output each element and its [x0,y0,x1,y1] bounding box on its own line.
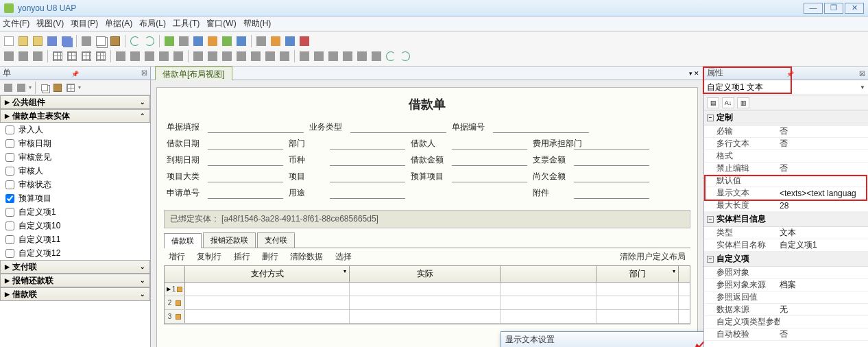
prop-value[interactable]: 28 [780,201,868,211]
tb2-s-icon[interactable] [278,50,291,62]
subtab-2[interactable]: 支付联 [257,232,295,248]
field-checkbox[interactable] [5,208,14,217]
tb-c-icon[interactable] [192,35,204,47]
data-grid[interactable]: 支付方式▾ 实际 部门▾ ▶123 [164,265,690,324]
prop-alpha-icon[interactable]: A↓ [722,97,734,108]
lp-tb1-icon[interactable] [3,82,14,93]
tb2-g-icon[interactable] [95,50,107,62]
form-input[interactable] [208,137,283,149]
form-input[interactable] [208,170,283,182]
tb2-w-icon[interactable] [341,50,354,62]
tb2-o-icon[interactable] [221,50,233,62]
prop-row-必输[interactable]: 必输否 [704,125,868,138]
tb2-p-icon[interactable] [235,50,248,62]
tab-menu-icon[interactable]: ▾ [689,70,692,77]
prop-row-参照返回值[interactable]: 参照返回值 [704,291,868,304]
prop-value[interactable]: 否 [780,328,868,340]
tb-e-icon[interactable] [221,35,233,47]
tb2-n-icon[interactable] [206,50,219,62]
tb2-d-icon[interactable] [51,50,64,62]
field-checkbox[interactable] [5,180,14,189]
tb2-m-icon[interactable] [192,50,204,62]
saveall-icon[interactable] [60,35,73,47]
tb-d-icon[interactable] [206,35,219,47]
menu-3[interactable]: 单据(A) [105,18,132,29]
prop-value[interactable]: 档案 [780,279,868,291]
prop-row-默认值[interactable]: 默认值 [704,175,868,187]
form-input[interactable] [452,154,527,166]
grid-action-插行[interactable]: 插行 [229,250,255,263]
menu-6[interactable]: 窗口(W) [206,18,236,29]
field-checkbox[interactable] [5,194,14,203]
field-checkbox[interactable] [5,222,14,230]
field-item-6[interactable]: 自定义项1 [0,205,150,219]
menu-5[interactable]: 工具(T) [173,18,200,29]
prop-category[interactable]: −实体栏目信息 [704,212,868,227]
prop-pages-icon[interactable]: ▥ [737,97,749,108]
new-icon[interactable] [3,35,15,47]
tb2-y-icon[interactable] [370,50,383,62]
pin-icon[interactable] [71,69,82,78]
prop-category[interactable]: −自定义项 [704,252,868,267]
prop-value[interactable]: <texts><text languag [780,189,868,198]
prop-row-数据来源[interactable]: 数据来源无 [704,304,868,316]
menu-2[interactable]: 项目(P) [71,18,98,29]
field-item-0[interactable]: 录入人 [0,123,150,136]
tb2-j-icon[interactable] [143,50,156,62]
tb2-k-icon[interactable] [158,50,170,62]
tb2-f-icon[interactable] [80,50,93,62]
prop-row-自定义项类型参数[interactable]: 自定义项类型参数 [704,316,868,328]
prop-value[interactable]: 文本 [780,227,868,239]
grid-action-清除用户定义布局[interactable]: 清除用户定义布局 [615,250,690,263]
field-item-9[interactable]: 自定义项12 [0,246,150,260]
prop-row-禁止编辑[interactable]: 禁止编辑否 [704,163,868,175]
prop-row-实体栏目名称[interactable]: 实体栏目名称自定义项1 [704,239,868,252]
field-item-4[interactable]: 审核状态 [0,178,150,191]
tb2-redo-icon[interactable] [399,50,411,62]
col-paymethod[interactable]: 支付方式▾ [185,266,350,282]
prop-row-参照对象[interactable]: 参照对象 [704,267,868,279]
tb-b-icon[interactable] [178,35,190,47]
tb2-x-icon[interactable] [356,50,368,62]
section-main[interactable]: ▶ 借款单主表实体 ⌃ [0,109,150,123]
form-input[interactable] [330,170,405,182]
field-checkbox[interactable] [5,139,14,148]
form-input[interactable] [330,154,405,166]
redo-icon[interactable] [143,35,156,47]
tb2-h-icon[interactable] [114,50,127,62]
col-dept[interactable]: 部门▾ [596,266,679,282]
form-input[interactable] [208,187,283,199]
field-item-3[interactable]: 审核人 [0,164,150,178]
tab-close-icon[interactable]: ✕ [694,70,699,77]
prop-value[interactable]: 自定义项1 [780,239,868,251]
prop-row-参照对象来源[interactable]: 参照对象来源档案 [704,279,868,291]
prop-row-多行文本[interactable]: 多行文本否 [704,138,868,150]
tb-a-icon[interactable] [163,35,176,47]
tb-g-icon[interactable] [255,35,267,47]
subtab-0[interactable]: 借款联 [164,233,202,248]
field-checkbox[interactable] [5,249,14,258]
menu-0[interactable]: 文件(F) [3,18,29,29]
lp-tb2-icon[interactable] [16,82,27,93]
tb-h-icon[interactable] [269,35,282,47]
tb-i-icon[interactable] [284,35,296,47]
tb2-undo-icon[interactable] [385,50,397,62]
form-input[interactable] [208,121,304,133]
window-minimize-button[interactable]: — [804,3,823,14]
prop-row-自动校验[interactable]: 自动校验否 [704,328,868,341]
form-input[interactable] [452,170,527,182]
tb2-a-icon[interactable] [3,50,15,62]
tb2-c-icon[interactable] [32,50,44,62]
section-public[interactable]: ▶ 公共组件 ⌄ [0,95,150,109]
save-icon[interactable] [46,35,58,47]
tb2-t-icon[interactable] [298,50,311,62]
copy-icon[interactable] [95,35,107,47]
prop-row-类型[interactable]: 类型文本 [704,227,868,239]
form-input[interactable] [452,137,527,149]
form-input[interactable] [574,170,649,182]
form-input[interactable] [330,137,405,149]
undo-icon[interactable] [129,35,141,47]
document-tab[interactable]: 借款单[布局视图] [155,67,232,82]
prop-value[interactable]: 否 [780,163,868,174]
object-dropdown-icon[interactable]: ▼ [860,84,865,91]
